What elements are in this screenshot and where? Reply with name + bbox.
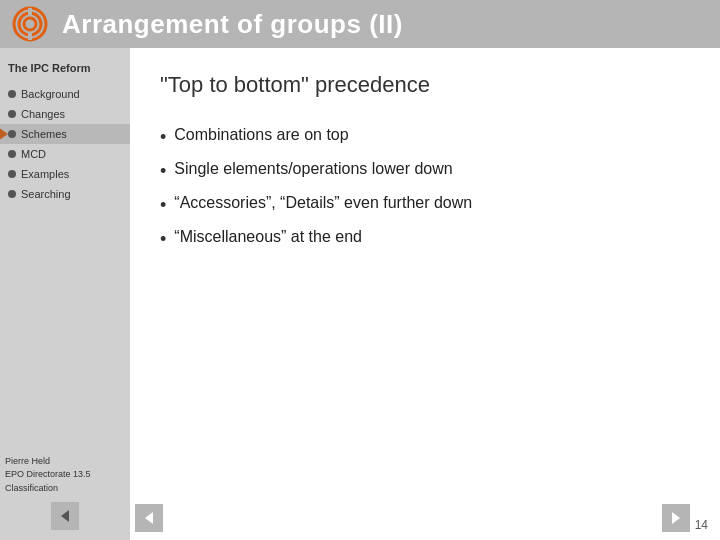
content-subtitle: "Top to bottom" precedence <box>160 72 690 98</box>
svg-rect-4 <box>28 32 32 40</box>
content-area: "Top to bottom" precedence • Combination… <box>130 48 720 540</box>
bullet-icon <box>8 190 16 198</box>
sidebar-item-label: MCD <box>21 148 46 160</box>
bullet-dot: • <box>160 161 166 182</box>
bullet-dot: • <box>160 195 166 216</box>
svg-rect-3 <box>28 8 32 16</box>
list-item: • Single elements/operations lower down <box>160 160 690 182</box>
sidebar-item-label: Changes <box>21 108 65 120</box>
sidebar-item-label: Searching <box>21 188 71 200</box>
svg-marker-6 <box>145 512 153 524</box>
header-bar: Arrangement of groups (II) <box>0 0 720 48</box>
sidebar-footer: Pierre Held EPO Directorate 13.5 Classif… <box>5 455 91 496</box>
sidebar-item-schemes[interactable]: Schemes <box>0 124 130 144</box>
svg-point-1 <box>19 13 41 35</box>
list-item: • “Miscellaneous” at the end <box>160 228 690 250</box>
footer-line2: EPO Directorate 13.5 <box>5 468 91 482</box>
sidebar: The IPC Reform Background Changes Scheme… <box>0 48 130 540</box>
list-item: • Combinations are on top <box>160 126 690 148</box>
active-arrow-icon <box>0 127 8 141</box>
sidebar-item-searching[interactable]: Searching <box>0 184 130 204</box>
sidebar-item-examples[interactable]: Examples <box>0 164 130 184</box>
footer-line3: Classification <box>5 482 91 496</box>
bullet-icon <box>8 90 16 98</box>
nav-forward-button[interactable] <box>662 504 690 532</box>
bullet-dot: • <box>160 127 166 148</box>
main-layout: The IPC Reform Background Changes Scheme… <box>0 48 720 540</box>
bullet-icon <box>8 170 16 178</box>
bullet-icon <box>8 110 16 118</box>
bullet-icon <box>8 130 16 138</box>
page-number: 14 <box>695 518 708 532</box>
svg-marker-5 <box>61 510 69 522</box>
list-item-text: Single elements/operations lower down <box>174 160 452 178</box>
list-item-text: “Miscellaneous” at the end <box>174 228 362 246</box>
sidebar-item-mcd[interactable]: MCD <box>0 144 130 164</box>
sidebar-section-title: The IPC Reform <box>0 58 130 84</box>
sidebar-item-changes[interactable]: Changes <box>0 104 130 124</box>
svg-point-2 <box>24 18 36 30</box>
page-title: Arrangement of groups (II) <box>62 9 403 40</box>
bullet-icon <box>8 150 16 158</box>
sidebar-item-background[interactable]: Background <box>0 84 130 104</box>
sidebar-item-label: Background <box>21 88 80 100</box>
footer-line1: Pierre Held <box>5 455 91 469</box>
sidebar-nav-back-button[interactable] <box>51 502 79 530</box>
nav-back-button[interactable] <box>135 504 163 532</box>
bullet-list: • Combinations are on top • Single eleme… <box>160 126 690 250</box>
list-item-text: “Accessories”, “Details” even further do… <box>174 194 472 212</box>
sidebar-item-label: Examples <box>21 168 69 180</box>
sidebar-item-label: Schemes <box>21 128 67 140</box>
list-item: • “Accessories”, “Details” even further … <box>160 194 690 216</box>
list-item-text: Combinations are on top <box>174 126 348 144</box>
bullet-dot: • <box>160 229 166 250</box>
logo <box>10 4 50 44</box>
svg-marker-7 <box>672 512 680 524</box>
